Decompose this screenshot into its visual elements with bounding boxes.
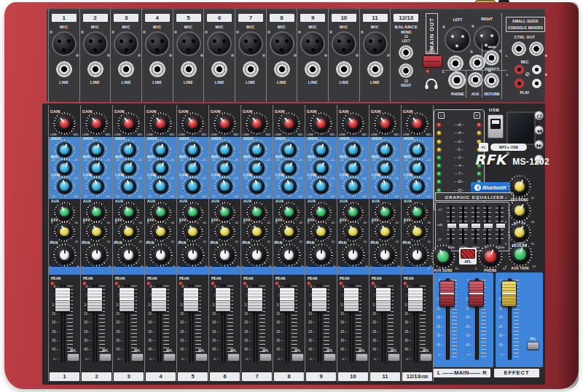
aux-knob[interactable]: AUX010 xyxy=(217,205,232,220)
channel-fader-cap[interactable] xyxy=(407,287,423,312)
channel-fader-cap[interactable] xyxy=(311,287,327,312)
eff-knob[interactable]: EFF010 xyxy=(185,224,200,239)
pan-knob[interactable]: PANLR xyxy=(377,246,394,264)
eff-send-knob[interactable]: EFF.SEND010 xyxy=(511,178,528,195)
high-knob[interactable]: HIGH-15+15 xyxy=(185,142,200,157)
aux-knob[interactable]: AUX010 xyxy=(410,205,425,220)
low-knob[interactable]: LOW-15+15 xyxy=(121,179,136,194)
pfl-button[interactable] xyxy=(324,353,336,361)
gain-knob[interactable]: GAINLINEMIC xyxy=(216,115,233,132)
channel-fader-cap[interactable] xyxy=(279,287,295,312)
aux-knob[interactable]: AUX010 xyxy=(377,205,393,220)
eq-slider-cap[interactable] xyxy=(471,223,481,229)
gain-knob[interactable]: GAINLINEMIC xyxy=(120,115,137,132)
eff-knob[interactable]: EFF010 xyxy=(345,224,361,239)
channel-fader-cap[interactable] xyxy=(247,287,263,312)
phantom-power-switch[interactable] xyxy=(423,55,442,68)
afl-button[interactable] xyxy=(461,249,475,259)
gain-knob[interactable]: GAINLINEMIC xyxy=(281,115,297,132)
eff-knob[interactable]: EFF010 xyxy=(410,224,425,239)
pan-knob[interactable]: PANLR xyxy=(56,246,74,264)
pan-knob[interactable]: PANLR xyxy=(152,246,170,264)
low-knob[interactable]: LOW-15+15 xyxy=(345,179,361,194)
main-fader-left-cap[interactable] xyxy=(439,281,455,307)
effect-fader-cap[interactable] xyxy=(501,281,517,307)
reverb-knob[interactable]: REVERB010 xyxy=(511,224,528,241)
eff-knob[interactable]: EFF010 xyxy=(153,224,168,239)
high-knob[interactable]: HIGH-15+15 xyxy=(345,142,361,157)
delay-knob[interactable]: DELAY010 xyxy=(511,202,528,219)
gain-knob[interactable]: GAINLINEMIC xyxy=(56,115,73,132)
pfl-button[interactable] xyxy=(163,353,176,361)
high-knob[interactable]: HIGH-15+15 xyxy=(89,142,104,157)
high-knob[interactable]: HIGH-15+15 xyxy=(281,142,297,157)
low-knob[interactable]: LOW-15+15 xyxy=(377,179,393,194)
channel-fader-cap[interactable] xyxy=(375,287,391,312)
pfl-button[interactable] xyxy=(259,353,272,361)
low-knob[interactable]: LOW-15+15 xyxy=(313,179,329,194)
gain-knob[interactable]: GAINLINEMIC xyxy=(409,115,426,132)
eq-slider-cap[interactable] xyxy=(447,223,457,229)
eff-knob[interactable]: EFF010 xyxy=(89,224,104,239)
phone-knob[interactable]: PHONE010 xyxy=(481,247,500,266)
pan-knob[interactable]: PANLR xyxy=(281,246,298,264)
aux-knob[interactable]: AUX010 xyxy=(89,205,104,220)
pfl-button[interactable] xyxy=(131,353,144,361)
forward-button[interactable] xyxy=(534,140,544,149)
high-knob[interactable]: HIGH-15+15 xyxy=(249,142,265,157)
rewind-button[interactable] xyxy=(534,125,544,135)
eff-knob[interactable]: EFF010 xyxy=(313,224,329,239)
eq-slider[interactable] xyxy=(470,205,481,245)
eq-slider[interactable] xyxy=(458,205,469,245)
aux-knob[interactable]: AUX010 xyxy=(345,205,361,220)
eff-knob[interactable]: EFF010 xyxy=(57,224,72,239)
pan-knob[interactable]: PANLR xyxy=(88,246,106,264)
eq-slider[interactable] xyxy=(482,205,493,245)
aux-knob[interactable]: AUX010 xyxy=(57,205,72,220)
aux-knob[interactable]: AUX010 xyxy=(249,205,265,220)
eff-knob[interactable]: EFF010 xyxy=(377,224,393,239)
pan-knob[interactable]: PANLR xyxy=(120,246,138,264)
pfl-button[interactable] xyxy=(388,353,400,361)
high-knob[interactable]: HIGH-15+15 xyxy=(217,142,232,157)
high-knob[interactable]: HIGH-15+15 xyxy=(313,142,329,157)
low-knob[interactable]: LOW-15+15 xyxy=(281,179,297,194)
channel-fader-cap[interactable] xyxy=(343,287,359,312)
gain-knob[interactable]: GAINLINEMIC xyxy=(313,115,329,132)
pfl-button[interactable] xyxy=(195,353,208,361)
gain-knob[interactable]: GAINLINEMIC xyxy=(184,115,201,132)
eq-slider-cap[interactable] xyxy=(496,223,506,229)
eq-slider[interactable] xyxy=(494,205,505,245)
low-knob[interactable]: LOW-15+15 xyxy=(89,179,104,194)
aux-knob[interactable]: AUX010 xyxy=(121,205,136,220)
pfl-button[interactable] xyxy=(99,353,111,361)
gain-knob[interactable]: GAINLINEMIC xyxy=(345,115,361,132)
gain-knob[interactable]: GAINLINEMIC xyxy=(377,115,394,132)
eff-knob[interactable]: EFF010 xyxy=(121,224,136,239)
low-knob[interactable]: LOW-15+15 xyxy=(217,179,232,194)
usb-port[interactable] xyxy=(488,114,504,138)
eff-knob[interactable]: EFF010 xyxy=(281,224,297,239)
gain-knob[interactable]: GAINLINEMIC xyxy=(88,115,105,132)
pfl-button[interactable] xyxy=(67,353,79,361)
high-knob[interactable]: HIGH-15+15 xyxy=(153,142,168,157)
eq-slider-cap[interactable] xyxy=(483,223,493,229)
low-knob[interactable]: LOW-15+15 xyxy=(410,179,425,194)
high-knob[interactable]: HIGH-15+15 xyxy=(377,142,393,157)
eq-slider[interactable] xyxy=(445,205,456,245)
aux-knob[interactable]: AUX010 xyxy=(313,205,329,220)
low-knob[interactable]: LOW-15+15 xyxy=(57,179,72,194)
gain-knob[interactable]: GAINLINEMIC xyxy=(249,115,265,132)
pan-knob[interactable]: PANLR xyxy=(409,246,426,264)
main-fader-right-cap[interactable] xyxy=(469,281,484,307)
low-knob[interactable]: LOW-15+15 xyxy=(153,179,168,194)
channel-fader-cap[interactable] xyxy=(119,287,135,312)
low-knob[interactable]: LOW-15+15 xyxy=(185,179,200,194)
afl-switch[interactable]: AFL xyxy=(459,248,477,264)
aux-knob[interactable]: AUX010 xyxy=(185,205,200,220)
low-knob[interactable]: LOW-15+15 xyxy=(249,179,265,194)
gain-knob[interactable]: GAINLINEMIC xyxy=(152,115,169,132)
pfl-button[interactable] xyxy=(420,353,432,361)
eff-knob[interactable]: EFF010 xyxy=(249,224,265,239)
pfl-button[interactable] xyxy=(527,342,539,350)
